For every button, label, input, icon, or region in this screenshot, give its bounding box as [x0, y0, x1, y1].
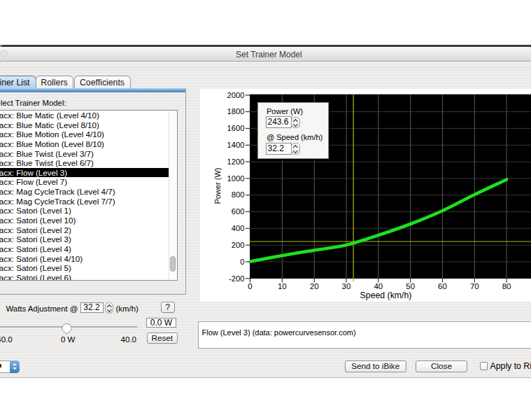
svg-text:Speed (km/h): Speed (km/h)	[360, 290, 411, 300]
svg-text:80: 80	[502, 281, 511, 290]
svg-text:200: 200	[231, 240, 244, 248]
svg-text:50: 50	[406, 281, 415, 290]
svg-text:0: 0	[248, 281, 252, 290]
svg-text:-200: -200	[229, 274, 244, 282]
svg-text:0: 0	[240, 257, 244, 265]
svg-text:70: 70	[469, 281, 479, 290]
svg-text:400: 400	[231, 224, 244, 232]
svg-text:1600: 1600	[227, 124, 244, 132]
svg-text:2000: 2000	[227, 90, 244, 99]
svg-text:600: 600	[231, 207, 244, 216]
svg-text:1800: 1800	[227, 107, 244, 115]
svg-text:30: 30	[341, 281, 351, 290]
svg-text:10: 10	[277, 281, 286, 290]
svg-text:20: 20	[309, 281, 318, 290]
svg-text:60: 60	[438, 281, 447, 290]
svg-text:Power (W): Power (W)	[213, 167, 222, 204]
svg-text:1200: 1200	[227, 157, 244, 165]
svg-text:40: 40	[374, 281, 383, 290]
svg-text:800: 800	[231, 190, 244, 199]
svg-text:1400: 1400	[227, 141, 244, 149]
svg-text:1000: 1000	[227, 174, 244, 182]
